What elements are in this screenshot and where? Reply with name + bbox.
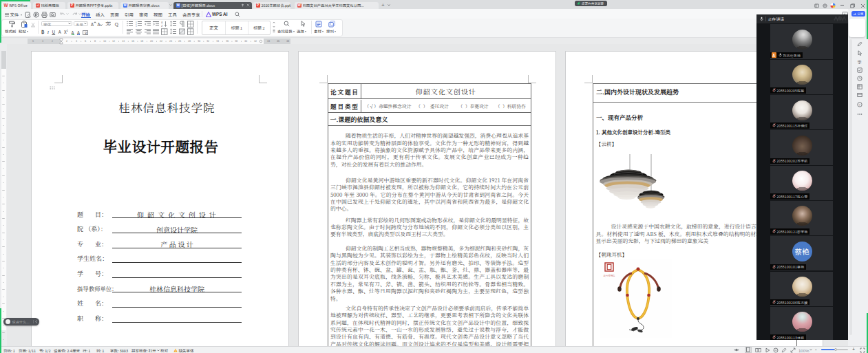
svg-text:Q: Q bbox=[115, 21, 119, 27]
svg-text:12: 12 bbox=[112, 39, 115, 43]
svg-text:34: 34 bbox=[216, 39, 219, 43]
svg-text:40: 40 bbox=[244, 39, 247, 43]
svg-text:字: 字 bbox=[858, 59, 862, 65]
svg-text:42: 42 bbox=[254, 39, 257, 43]
svg-text:4: 4 bbox=[76, 39, 77, 43]
svg-text:30: 30 bbox=[198, 39, 200, 43]
svg-text:16: 16 bbox=[131, 39, 134, 43]
svg-text:2: 2 bbox=[52, 39, 53, 43]
svg-text:36: 36 bbox=[226, 39, 229, 43]
svg-text:14: 14 bbox=[122, 39, 125, 43]
svg-text:6: 6 bbox=[85, 39, 86, 43]
svg-text:6: 6 bbox=[32, 39, 34, 43]
svg-text:2: 2 bbox=[66, 39, 67, 43]
svg-text:3: 3 bbox=[136, 25, 137, 28]
svg-text:22: 22 bbox=[160, 39, 162, 43]
svg-text:文: 文 bbox=[105, 21, 110, 27]
svg-text:48: 48 bbox=[286, 39, 289, 43]
svg-text:44: 44 bbox=[267, 39, 270, 43]
svg-text:32: 32 bbox=[207, 39, 209, 43]
svg-text:46: 46 bbox=[277, 39, 279, 43]
svg-text:24: 24 bbox=[169, 39, 172, 43]
svg-text:38: 38 bbox=[235, 39, 237, 43]
svg-text:4: 4 bbox=[42, 39, 43, 43]
svg-text:Z: Z bbox=[161, 23, 163, 28]
svg-text:故宫博物院: 故宫博物院 bbox=[604, 274, 616, 277]
svg-text:26: 26 bbox=[178, 39, 181, 43]
svg-text:28: 28 bbox=[188, 39, 191, 43]
svg-text:10: 10 bbox=[103, 39, 106, 43]
svg-text:8: 8 bbox=[94, 39, 96, 43]
svg-text:18: 18 bbox=[140, 39, 143, 43]
svg-text:20: 20 bbox=[150, 39, 153, 43]
